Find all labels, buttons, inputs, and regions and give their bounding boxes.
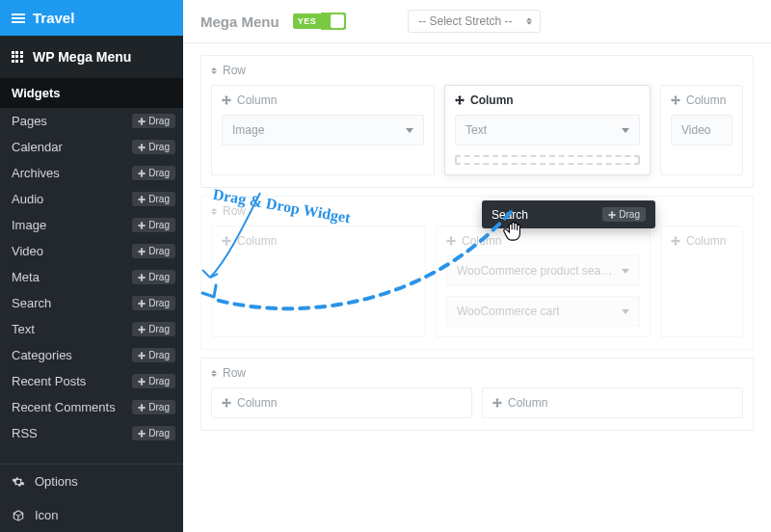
move-icon (138, 274, 146, 281)
drag-handle[interactable]: Drag (132, 400, 175, 414)
widget-list: PagesDragCalendarDragArchivesDragAudioDr… (0, 108, 183, 464)
move-icon (138, 404, 146, 412)
move-icon (608, 211, 616, 219)
widget-list-item[interactable]: Recent PostsDrag (0, 368, 183, 394)
brand-title: Travel (33, 10, 74, 26)
move-icon (138, 352, 146, 359)
sidebar-item-icon[interactable]: Icon (0, 498, 183, 532)
topbar: Mega Menu YES -- Select Stretch -- (183, 0, 771, 43)
widget-slot[interactable]: WooCommerce product sea… (446, 255, 640, 286)
widget-list-item[interactable]: ArchivesDrag (0, 160, 183, 186)
drag-handle[interactable]: Drag (132, 426, 175, 440)
column-label: Column (237, 93, 277, 107)
widget-label: Image (12, 218, 46, 232)
chevron-down-icon (622, 128, 629, 133)
drop-zone[interactable] (455, 155, 640, 165)
select-arrows-icon (526, 18, 532, 25)
move-icon (455, 95, 465, 105)
widget-list-item[interactable]: Recent CommentsDrag (0, 394, 183, 420)
mega-menu-label: Mega Menu (200, 13, 279, 30)
drag-handle[interactable]: Drag (132, 166, 175, 180)
widget-list-item[interactable]: MetaDrag (0, 264, 183, 290)
column-handle[interactable]: Column (437, 226, 650, 255)
drag-handle[interactable]: Drag (132, 322, 175, 336)
move-icon (138, 144, 146, 151)
drag-handle[interactable]: Drag (132, 192, 175, 206)
sort-icon (211, 208, 217, 215)
move-icon (138, 300, 146, 307)
sidebar-bottom: Options Icon (0, 464, 183, 532)
widget-label: Search (12, 296, 51, 310)
builder-column: Column (211, 226, 426, 337)
row-handle[interactable]: Row (201, 359, 753, 387)
column-label: Column (508, 396, 547, 410)
sidebar-item-options[interactable]: Options (0, 465, 183, 498)
column-label: Column (686, 234, 726, 248)
widget-list-item[interactable]: VideoDrag (0, 238, 183, 264)
widget-slot[interactable]: Video (671, 115, 732, 146)
column-handle[interactable]: Column (661, 226, 742, 255)
menu-icon (12, 12, 25, 25)
widget-list-item[interactable]: CategoriesDrag (0, 342, 183, 368)
gear-icon (12, 475, 25, 489)
options-label: Options (35, 474, 78, 489)
builder-column: Column (660, 226, 743, 337)
widget-label: Video (12, 244, 43, 258)
widget-list-item[interactable]: SearchDrag (0, 290, 183, 316)
widget-slot[interactable]: WooCommerce cart (446, 296, 640, 327)
column-handle[interactable]: Column (212, 388, 471, 417)
main: Mega Menu YES -- Select Stretch -- Row (183, 0, 771, 532)
drag-handle[interactable]: Drag (132, 218, 175, 232)
drag-handle[interactable]: Drag (132, 296, 175, 310)
widget-label: Categories (12, 348, 72, 362)
toggle-track (321, 13, 346, 30)
grab-cursor-icon (503, 219, 524, 244)
builder-row: Row Column Image Column (200, 55, 754, 188)
column-handle[interactable]: Column (661, 86, 742, 115)
widgets-section-title: Widgets (0, 78, 183, 108)
builder-column: Column Image (211, 85, 435, 175)
toggle-badge: YES (293, 13, 322, 29)
column-handle[interactable]: Column (212, 226, 425, 255)
column-label: Column (470, 93, 514, 107)
stretch-select[interactable]: -- Select Stretch -- (408, 10, 540, 33)
drag-handle[interactable]: Drag (132, 140, 175, 154)
widget-list-item[interactable]: AudioDrag (0, 186, 183, 212)
drag-handle[interactable]: Drag (132, 270, 175, 284)
widget-slot[interactable]: Image (222, 115, 424, 146)
sidebar-tab-wp-mega-menu[interactable]: WP Mega Menu (0, 36, 183, 78)
builder-column: Column Text (444, 85, 651, 175)
widget-list-item[interactable]: ImageDrag (0, 212, 183, 238)
column-handle[interactable]: Column (212, 86, 434, 115)
move-icon (138, 170, 146, 177)
widget-list-item[interactable]: TextDrag (0, 316, 183, 342)
move-icon (222, 236, 231, 246)
drag-handle[interactable]: Drag (132, 374, 175, 388)
column-handle[interactable]: Column (483, 388, 742, 417)
drag-handle[interactable]: Drag (132, 114, 175, 128)
move-icon (222, 398, 231, 408)
row-label: Row (223, 64, 246, 77)
sort-icon (211, 67, 217, 74)
widget-slot[interactable]: Text (455, 115, 640, 146)
grid-icon (12, 51, 23, 63)
brand-bar[interactable]: Travel (0, 0, 183, 36)
mega-menu-toggle[interactable]: YES (293, 13, 347, 30)
chevron-down-icon (622, 269, 629, 274)
widget-label: Recent Posts (12, 374, 86, 388)
column-label: Column (237, 396, 277, 410)
drag-handle[interactable]: Drag (132, 244, 175, 258)
widget-list-item[interactable]: CalendarDrag (0, 134, 183, 160)
cube-icon (12, 509, 25, 522)
drag-handle[interactable]: Drag (132, 348, 175, 362)
stretch-select-value: -- Select Stretch -- (418, 14, 512, 28)
builder-column: Column WooCommerce product sea… WooComme… (436, 226, 651, 337)
widget-list-item[interactable]: PagesDrag (0, 108, 183, 134)
column-handle[interactable]: Column (445, 86, 650, 115)
widget-list-item[interactable]: RSSDrag (0, 420, 183, 446)
move-icon (138, 326, 146, 333)
column-label: Column (462, 234, 501, 248)
widget-label: Audio (12, 192, 43, 206)
row-handle[interactable]: Row (201, 56, 753, 85)
row-handle[interactable]: Row (201, 197, 753, 226)
